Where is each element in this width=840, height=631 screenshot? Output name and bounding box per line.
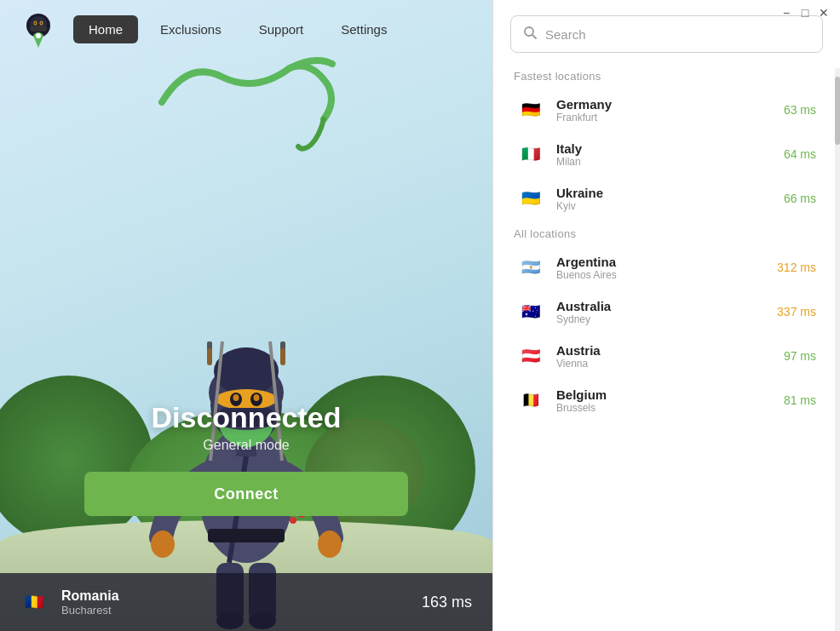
location-city: Sydney (556, 313, 765, 325)
svg-point-4 (35, 22, 37, 25)
location-country: Belgium (556, 387, 772, 402)
navbar: Home Exclusions Support Settings (0, 0, 492, 58)
location-info: Germany Frankfurt (556, 97, 772, 123)
location-country: Italy (556, 141, 772, 156)
svg-point-21 (151, 531, 175, 558)
scrollbar-track[interactable] (835, 68, 840, 631)
nav-support[interactable]: Support (244, 15, 319, 43)
all-locations-label: All locations (497, 221, 837, 245)
location-city: Brussels (556, 402, 772, 414)
location-info: Belgium Brussels (556, 387, 772, 414)
location-country: Argentina (556, 255, 765, 269)
location-country: Australia (556, 299, 765, 313)
location-flag: 🇦🇷 (517, 254, 544, 281)
svg-point-33 (290, 517, 296, 524)
location-row[interactable]: 🇺🇦 Ukraine Kyiv 66 ms (500, 176, 833, 221)
location-city: Kyiv (556, 200, 772, 212)
location-row[interactable]: 🇮🇹 Italy Milan 64 ms (500, 132, 833, 176)
svg-line-36 (532, 35, 536, 38)
nav-exclusions[interactable]: Exclusions (145, 15, 237, 43)
location-row[interactable]: 🇩🇪 Germany Frankfurt 63 ms (500, 88, 833, 132)
location-ms: 312 ms (777, 261, 816, 274)
window-controls: − □ ✕ (770, 0, 840, 26)
location-flag: 🇦🇹 (517, 342, 544, 370)
svg-rect-20 (208, 529, 285, 542)
status-subtitle: General mode (67, 438, 425, 453)
location-info: Ukraine Kyiv (556, 186, 772, 212)
nav-settings[interactable]: Settings (325, 15, 402, 43)
left-panel: Home Exclusions Support Settings (0, 0, 492, 631)
current-location-bar[interactable]: 🇷🇴 Romania Bucharest 163 ms (0, 573, 492, 631)
svg-point-22 (318, 531, 342, 558)
location-ms: 63 ms (784, 103, 816, 117)
svg-rect-29 (207, 348, 212, 365)
current-country: Romania (61, 588, 408, 604)
svg-point-5 (41, 22, 43, 25)
location-ms: 81 ms (784, 393, 816, 407)
location-info: Italy Milan (556, 141, 772, 168)
maximize-button[interactable]: □ (799, 7, 811, 19)
close-button[interactable]: ✕ (818, 7, 830, 19)
location-row[interactable]: 🇧🇪 Belgium Brussels 81 ms (500, 378, 833, 422)
location-flag: 🇦🇺 (517, 298, 544, 325)
location-flag: 🇩🇪 (517, 96, 544, 123)
app-logo (17, 8, 60, 50)
location-city: Milan (556, 156, 772, 168)
location-ms: 337 ms (777, 305, 816, 318)
location-info: Australia Sydney (556, 299, 765, 325)
location-flag: 🇮🇹 (517, 141, 544, 168)
location-country: Austria (556, 343, 772, 358)
current-location-flag: 🇷🇴 (20, 588, 48, 616)
svg-rect-32 (280, 348, 285, 365)
nav-home[interactable]: Home (73, 15, 138, 43)
current-location-ms: 163 ms (422, 594, 472, 611)
status-title: Disconnected (67, 401, 425, 434)
location-city: Buenos Aires (556, 269, 765, 281)
location-flag: 🇧🇪 (517, 387, 544, 414)
status-overlay: Disconnected General mode Connect (67, 401, 425, 516)
scarf-decoration (153, 51, 341, 153)
location-row[interactable]: 🇦🇺 Australia Sydney 337 ms (500, 290, 833, 334)
svg-point-11 (214, 347, 279, 395)
svg-point-15 (233, 394, 239, 401)
current-city: Bucharest (61, 604, 408, 617)
svg-rect-6 (30, 26, 47, 32)
location-ms: 64 ms (784, 147, 816, 161)
location-row[interactable]: 🇦🇷 Argentina Buenos Aires 312 ms (500, 245, 833, 290)
location-info: Austria Vienna (556, 343, 772, 370)
connect-button[interactable]: Connect (84, 472, 408, 516)
location-list[interactable]: Fastest locations 🇩🇪 Germany Frankfurt 6… (493, 63, 840, 631)
current-location-text: Romania Bucharest (61, 588, 408, 617)
location-country: Ukraine (556, 186, 772, 200)
location-country: Germany (556, 97, 772, 112)
location-city: Vienna (556, 358, 772, 370)
svg-point-16 (254, 394, 260, 401)
location-ms: 66 ms (784, 192, 816, 205)
location-flag: 🇺🇦 (517, 185, 544, 212)
location-info: Argentina Buenos Aires (556, 255, 765, 281)
search-input[interactable] (545, 27, 810, 42)
right-panel: Fastest locations 🇩🇪 Germany Frankfurt 6… (492, 0, 840, 631)
scrollbar-thumb[interactable] (835, 77, 840, 145)
location-city: Frankfurt (556, 112, 772, 123)
svg-point-7 (36, 33, 41, 38)
search-icon (523, 26, 537, 43)
minimize-button[interactable]: − (780, 7, 792, 19)
location-ms: 97 ms (784, 349, 816, 363)
location-row[interactable]: 🇦🇹 Austria Vienna 97 ms (500, 334, 833, 378)
fastest-locations-label: Fastest locations (497, 63, 837, 88)
